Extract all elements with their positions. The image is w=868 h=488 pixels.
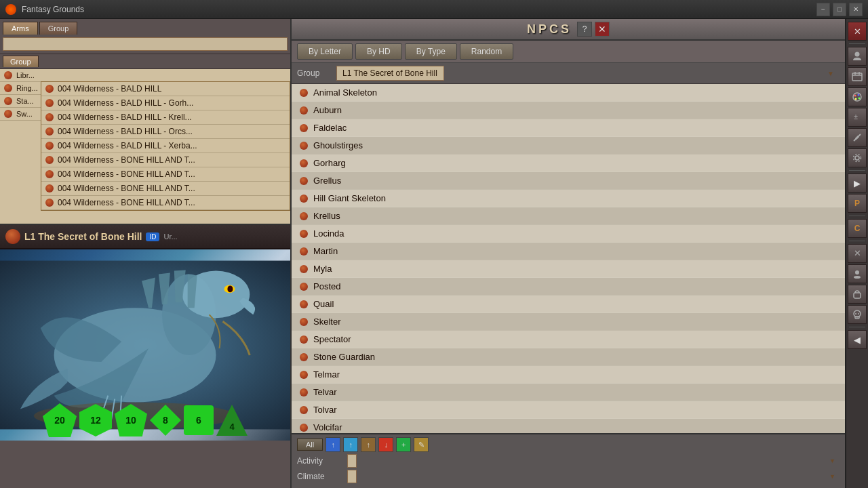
module-item[interactable]: 004 Wilderness - BALD HILL - Krell... (41, 110, 290, 125)
sidebar-palette-button[interactable] (848, 87, 867, 106)
left-panel: Arms Group Group Libr... Ring... Sta... (0, 19, 292, 488)
filter-icon-up-brown[interactable]: ↑ (361, 437, 376, 452)
npc-item[interactable]: Ghoulstirges (292, 137, 845, 155)
item-dot (4, 84, 12, 92)
svg-line-19 (856, 136, 859, 139)
filter-icon-up-cyan[interactable]: ↑ (343, 437, 358, 452)
svg-text:±: ± (854, 113, 858, 121)
sidebar-calendar-button[interactable] (848, 67, 867, 86)
npc-item[interactable]: Tolvar (292, 401, 845, 419)
npcs-close-button[interactable]: ✕ (595, 22, 610, 37)
module-item[interactable]: 004 Wilderness - BALD HILL - Orcs... (41, 125, 290, 139)
module-item[interactable]: 004 Wilderness - BONE HILL AND T... (41, 153, 290, 167)
tab-by-letter[interactable]: By Letter (297, 43, 353, 60)
tab-by-hd[interactable]: By HD (355, 43, 402, 60)
sidebar-bag-button[interactable] (848, 285, 867, 304)
sidebar-combat-button[interactable]: ± (848, 108, 867, 127)
group-select[interactable]: L1 The Secret of Bone Hill (336, 66, 444, 81)
dice-row: 20 12 10 8 6 4 (0, 400, 290, 441)
sidebar-c-button[interactable]: C (848, 219, 867, 238)
npc-item[interactable]: Telmar (292, 366, 845, 384)
tab-by-type[interactable]: By Type (405, 43, 457, 60)
gear-icon (852, 152, 863, 163)
npc-item[interactable]: Myla (292, 260, 845, 278)
npc-dot (300, 212, 308, 220)
calendar-icon (852, 72, 863, 81)
item-dot (4, 71, 12, 79)
module-item[interactable]: 004 Wilderness - BONE HILL AND T... (41, 167, 290, 182)
npc-item[interactable]: Locinda (292, 225, 845, 243)
sub-tab-group[interactable]: Group (3, 56, 39, 67)
die-d8[interactable]: 8 (150, 405, 181, 436)
npc-name: Spectator (313, 334, 351, 344)
search-row (0, 35, 290, 54)
npc-item[interactable]: Faldelac (292, 119, 845, 137)
npc-item[interactable]: Spectator (292, 331, 845, 348)
npc-list: Animal Skeleton Auburn Faldelac Ghoulsti… (292, 84, 845, 433)
sidebar-p-button[interactable]: P (848, 194, 867, 213)
die-d12[interactable]: 12 (79, 404, 112, 436)
module-item[interactable]: 004 Wilderness - BALD HILL (41, 82, 290, 96)
die-d20[interactable]: 20 (43, 403, 77, 437)
sidebar-sword-button[interactable] (848, 128, 867, 147)
minimize-button[interactable]: − (816, 3, 830, 16)
npc-item[interactable]: Hill Giant Skeleton (292, 190, 845, 207)
item-dot (45, 199, 54, 207)
close-button[interactable]: ✕ (849, 3, 863, 16)
sidebar-gear-button[interactable] (848, 148, 867, 167)
npc-dot (300, 406, 308, 414)
module-name: 004 Wilderness - BONE HILL AND T... (58, 184, 195, 193)
npc-item[interactable]: Quail (292, 296, 845, 313)
npc-item[interactable]: Grellus (292, 172, 845, 190)
die-d6[interactable]: 6 (184, 405, 214, 435)
tab-arms[interactable]: Arms (3, 22, 38, 35)
sidebar-divider (849, 241, 865, 241)
module-item[interactable]: 004 Wilderness - BONE HILL AND T... (41, 196, 290, 210)
adventure-header: L1 The Secret of Bone Hill ID Ur... (0, 225, 290, 249)
right-sidebar: ✕ ± (845, 19, 868, 488)
filter-icon-pencil[interactable]: ✎ (414, 437, 429, 452)
sidebar-users-button[interactable] (848, 47, 867, 66)
help-button[interactable]: ? (577, 22, 592, 37)
maximize-button[interactable]: □ (833, 3, 846, 16)
tab-group[interactable]: Group (39, 22, 78, 35)
npc-item[interactable]: Stone Guardian (292, 348, 845, 366)
npc-item[interactable]: Animal Skeleton (292, 84, 845, 102)
sub-item[interactable]: Libr... (0, 69, 290, 82)
climate-select[interactable] (347, 470, 357, 483)
npc-item[interactable]: Skelter (292, 313, 845, 331)
die-d4[interactable]: 4 (216, 405, 248, 436)
filter-icon-down-red[interactable]: ↓ (378, 437, 393, 452)
module-item[interactable]: 004 Wilderness - BALD HILL - Gorh... (41, 96, 290, 110)
module-name: 004 Wilderness - BONE HILL AND T... (58, 198, 195, 207)
sidebar-play-button[interactable]: ▶ (848, 174, 867, 192)
filter-all-button[interactable]: All (297, 439, 323, 451)
npc-item[interactable]: Martin (292, 243, 845, 260)
die-d10[interactable]: 10 (115, 404, 147, 436)
npc-item[interactable]: Telvar (292, 384, 845, 401)
npcs-title: NPCS (527, 22, 572, 37)
left-top-tabs: Arms Group (0, 19, 290, 35)
svg-rect-8 (852, 73, 862, 81)
npc-dot (300, 89, 308, 97)
sidebar-skull-button[interactable] (848, 305, 867, 324)
filter-icon-up-blue[interactable]: ↑ (326, 437, 340, 452)
sidebar-close-button[interactable]: ✕ (848, 22, 867, 41)
search-input[interactable] (3, 37, 288, 51)
module-item[interactable]: 004 Wilderness - BALD HILL - Xerba... (41, 139, 290, 153)
npc-item[interactable]: Auburn (292, 102, 845, 119)
npc-item[interactable]: Posted (292, 278, 845, 296)
module-dropdown[interactable]: 004 Wilderness - BALD HILL 004 Wildernes… (41, 81, 290, 211)
module-item[interactable]: 004 Wilderness - BONE HILL AND T... (41, 182, 290, 196)
tab-random[interactable]: Random (460, 43, 513, 60)
npc-item[interactable]: Krellus (292, 207, 845, 225)
npc-item[interactable]: Volcifar (292, 419, 845, 433)
filter-icon-plus-green[interactable]: + (396, 437, 411, 452)
activity-select[interactable] (347, 454, 357, 468)
npc-item[interactable]: Gorharg (292, 155, 845, 172)
sidebar-arrow-button[interactable]: ◀ (848, 330, 867, 349)
module-name: 004 Wilderness - BONE HILL AND T... (58, 169, 195, 179)
svg-point-20 (855, 156, 859, 160)
sidebar-effects-button[interactable]: ✕ (848, 244, 867, 263)
sidebar-tokens-button[interactable] (848, 264, 867, 283)
